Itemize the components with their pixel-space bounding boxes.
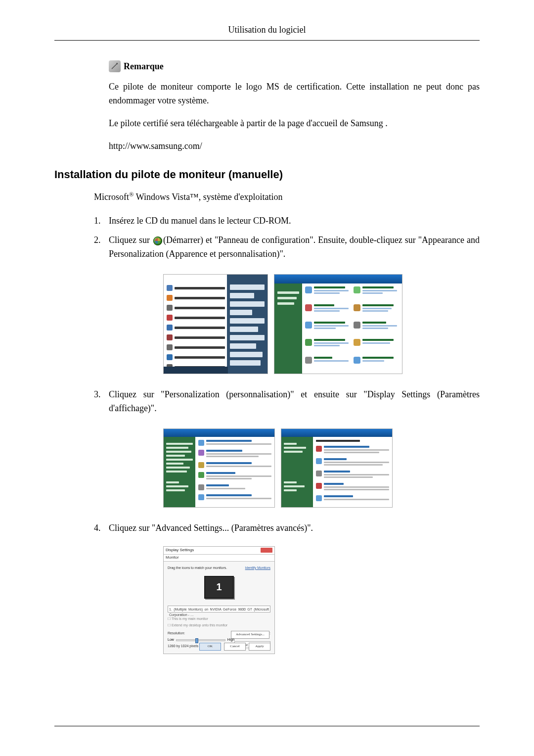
- resolution-label: Resolution:: [168, 631, 185, 636]
- checkbox-main-monitor: ☐ This is my main monitor: [168, 616, 270, 622]
- section-intro: Microsoft® Windows Vista™, système d'exp…: [54, 191, 480, 202]
- close-icon: [261, 548, 272, 553]
- display-settings-title: Display Settings: [166, 547, 194, 553]
- step-2-text-a: Cliquez sur: [109, 235, 152, 245]
- ok-button: OK: [199, 643, 221, 651]
- checkbox-extend-desktop: ☐ Extend my desktop onto this monitor: [168, 623, 270, 628]
- windows-start-icon: [153, 236, 162, 245]
- step-2: Cliquez sur (Démarrer) et "Panneau de co…: [54, 234, 480, 374]
- remark-label: Remarque: [124, 61, 164, 72]
- remark-paragraph-1: Ce pilote de moniteur comporte le logo M…: [109, 80, 480, 108]
- remark-paragraph-2: Le pilote certifié sera téléchargeable à…: [109, 117, 480, 131]
- step-3-text: Cliquez sur "Personalization (personnali…: [109, 389, 480, 413]
- screenshot-start-menu: [163, 274, 268, 374]
- drag-text: Drag the icons to match your monitors.: [168, 566, 227, 571]
- screenshot-personalization-2: [281, 428, 393, 508]
- step-3: Cliquez sur "Personalization (personnali…: [54, 388, 480, 508]
- step-1: Insérez le CD du manuel dans le lecteur …: [54, 214, 480, 228]
- section-heading: Installation du pilote de moniteur (manu…: [54, 168, 480, 181]
- step-4-text: Cliquez sur "Advanced Settings... (Param…: [109, 523, 313, 533]
- monitor-number: 1: [204, 576, 234, 599]
- footer-rule: [54, 726, 480, 726]
- cancel-button: Cancel: [224, 643, 246, 651]
- screenshot-control-panel: [274, 274, 402, 374]
- step-2-text-b: (Démarrer) et "Panneau de configuration"…: [109, 235, 480, 259]
- identify-monitors-link: Identify Monitors: [245, 566, 270, 571]
- intro-suffix: Windows Vista™, système d'exploitation: [134, 192, 283, 202]
- remark-url: http://www.samsung.com/: [109, 140, 480, 153]
- screenshot-display-settings: Display Settings Monitor Drag the icons …: [163, 546, 275, 654]
- slider-low: Low: [168, 637, 174, 643]
- resolution-slider: [176, 639, 225, 641]
- registered-symbol: ®: [129, 191, 134, 198]
- page-header-title: Utilisation du logiciel: [54, 25, 480, 41]
- step-1-text: Insérez le CD du manuel dans le lecteur …: [109, 216, 291, 226]
- intro-prefix: Microsoft: [94, 192, 129, 202]
- apply-button: Apply: [249, 643, 270, 651]
- monitor-select: 1. (Multiple Monitors) on NVIDIA GeForce…: [168, 606, 270, 613]
- help-link: How do I get the best display?: [168, 653, 214, 654]
- display-settings-tab: Monitor: [164, 555, 274, 562]
- screenshot-personalization-1: [163, 428, 275, 508]
- remark-icon: [109, 60, 121, 72]
- advanced-settings-button: Advanced Settings...: [231, 631, 269, 639]
- step-4: Cliquez sur "Advanced Settings... (Param…: [54, 521, 480, 654]
